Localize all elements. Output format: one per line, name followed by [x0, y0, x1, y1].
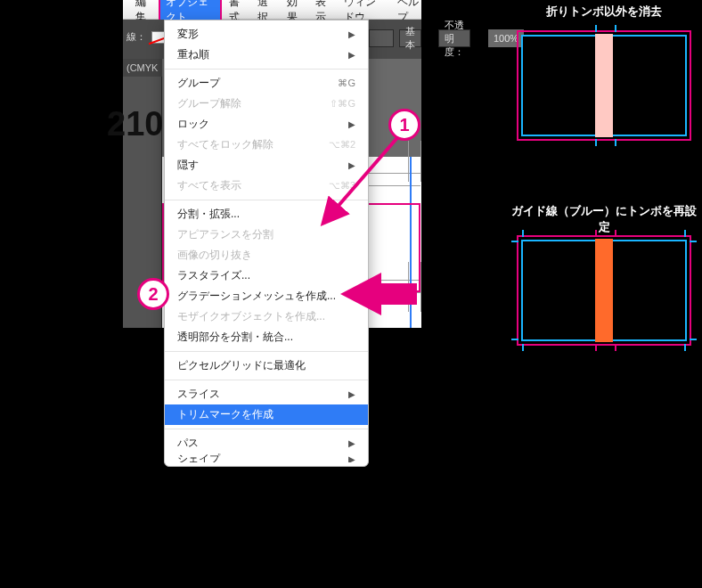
style-label	[371, 29, 381, 47]
mi-slice[interactable]: スライス▶	[165, 384, 368, 404]
mi-gradient-mesh[interactable]: グラデーションメッシュを作成...	[165, 286, 368, 306]
doc-tab-label: (CMYK	[127, 62, 158, 73]
svg-line-0	[325, 134, 401, 221]
mi-create-trim-marks[interactable]: トリムマークを作成	[165, 404, 368, 425]
callout-1-arrow	[312, 134, 419, 241]
canvas-large-text: 210	[107, 105, 163, 143]
callout-badge-1: 1	[388, 109, 420, 141]
mi-rasterize[interactable]: ラスタライズ...	[165, 265, 368, 286]
mi-flatten-transparency[interactable]: 透明部分を分割・統合...	[165, 327, 368, 347]
object-menu-dropdown: 変形▶ 重ね順▶ グループ⌘G グループ解除⇧⌘G ロック▶ すべてをロック解除…	[164, 20, 369, 467]
menubar: 編集 オブジェクト 書式 選択 効果 表示 ウィンドウ ヘルプ	[123, 0, 421, 20]
callout-2-arrow	[340, 273, 381, 315]
mi-transform[interactable]: 変形▶	[165, 24, 368, 45]
thumb-top	[517, 30, 691, 141]
mi-path[interactable]: パス▶	[165, 433, 368, 453]
mi-pixel-grid[interactable]: ピクセルグリッドに最適化	[165, 355, 368, 376]
mi-lock[interactable]: ロック▶	[165, 114, 368, 135]
caption-bottom: ガイド線（ブルー）にトンボを再設定	[506, 203, 702, 235]
mi-shape[interactable]: シェイプ▶	[165, 453, 368, 462]
opacity-label: 不透明度：	[438, 29, 470, 47]
mi-group[interactable]: グループ⌘G	[165, 73, 368, 94]
stroke-label: 線：	[127, 30, 146, 44]
mi-arrange[interactable]: 重ね順▶	[165, 45, 368, 65]
mi-mosaic: モザイクオブジェクトを作成...	[165, 306, 368, 327]
callout-badge-2: 2	[137, 278, 169, 310]
mi-crop-image: 画像の切り抜き	[165, 245, 368, 265]
basic-dropdown[interactable]: 基本	[399, 29, 421, 47]
thumb-bottom	[517, 235, 691, 346]
mi-ungroup: グループ解除⇧⌘G	[165, 94, 368, 114]
caption-top: 折りトンボ以外を消去	[515, 4, 693, 20]
